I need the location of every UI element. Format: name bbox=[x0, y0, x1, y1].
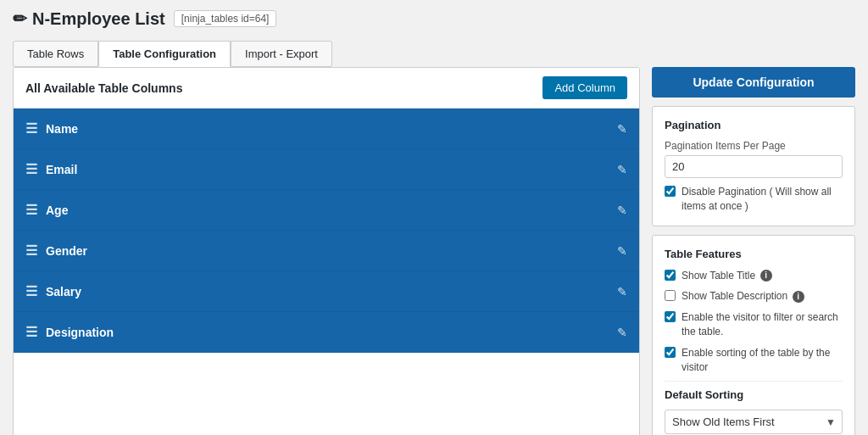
edit-icon-email[interactable]: ✎ bbox=[617, 163, 627, 176]
enable-sorting-label: Enable sorting of the table by the visit… bbox=[682, 346, 843, 375]
show-description-checkbox[interactable] bbox=[665, 290, 676, 301]
tab-table-rows[interactable]: Table Rows bbox=[13, 41, 98, 67]
column-salary-label: Salary bbox=[46, 285, 81, 298]
enable-sorting-row: Enable sorting of the table by the visit… bbox=[665, 346, 843, 375]
tab-import-export[interactable]: Import - Export bbox=[231, 41, 332, 67]
shortcode-badge: [ninja_tables id=64] bbox=[174, 10, 277, 27]
column-row-age[interactable]: ☰ Age ✎ bbox=[14, 190, 639, 231]
pagination-section-title: Pagination bbox=[665, 119, 843, 131]
page-title: ✏ N-Employee List bbox=[13, 8, 165, 29]
column-row-salary[interactable]: ☰ Salary ✎ bbox=[14, 271, 639, 312]
disable-pagination-label: Disable Pagination ( Will show all items… bbox=[682, 185, 843, 214]
table-features-section-title: Table Features bbox=[665, 248, 843, 260]
column-row-designation[interactable]: ☰ Designation ✎ bbox=[14, 312, 639, 353]
tab-table-configuration[interactable]: Table Configuration bbox=[98, 41, 231, 67]
drag-icon-email: ☰ bbox=[25, 163, 37, 176]
add-column-button[interactable]: Add Column bbox=[542, 76, 627, 99]
default-sorting-section-title: Default Sorting bbox=[665, 388, 843, 401]
show-description-label: Show Table Description i bbox=[682, 289, 804, 304]
columns-header: All Available Table Columns Add Column bbox=[14, 68, 639, 109]
show-title-info-icon: i bbox=[760, 270, 772, 282]
show-description-row: Show Table Description i bbox=[665, 289, 843, 304]
page-title-bar: ✏ N-Employee List [ninja_tables id=64] bbox=[13, 8, 855, 29]
disable-pagination-row: Disable Pagination ( Will show all items… bbox=[665, 185, 843, 214]
column-row-email[interactable]: ☰ Email ✎ bbox=[14, 149, 639, 190]
drag-icon-gender: ☰ bbox=[25, 244, 37, 258]
page-wrapper: ✏ N-Employee List [ninja_tables id=64] T… bbox=[0, 0, 868, 435]
pencil-icon: ✏ bbox=[13, 8, 27, 29]
edit-icon-gender[interactable]: ✎ bbox=[617, 244, 627, 258]
show-description-info-icon: i bbox=[793, 291, 804, 303]
drag-icon-name: ☰ bbox=[25, 122, 37, 136]
divider bbox=[665, 381, 843, 382]
main-content: All Available Table Columns Add Column ☰… bbox=[13, 67, 855, 435]
update-configuration-button[interactable]: Update Configuration bbox=[652, 67, 855, 98]
columns-header-title: All Available Table Columns bbox=[25, 81, 182, 95]
show-title-row: Show Table Title i bbox=[665, 269, 843, 283]
column-name-label: Name bbox=[46, 122, 78, 136]
pagination-card: Pagination Pagination Items Per Page Dis… bbox=[652, 106, 855, 226]
column-gender-label: Gender bbox=[46, 244, 87, 258]
enable-sorting-checkbox[interactable] bbox=[665, 347, 676, 358]
edit-icon-age[interactable]: ✎ bbox=[617, 204, 627, 217]
items-per-page-label: Pagination Items Per Page bbox=[665, 140, 843, 152]
show-title-checkbox[interactable] bbox=[665, 270, 676, 281]
default-sorting-wrapper: Show Old Items First Show New Items Firs… bbox=[665, 410, 843, 434]
drag-icon-designation: ☰ bbox=[25, 326, 37, 339]
columns-panel: All Available Table Columns Add Column ☰… bbox=[13, 67, 640, 435]
enable-filter-label: Enable the visitor to filter or search t… bbox=[682, 310, 843, 339]
column-age-label: Age bbox=[46, 204, 68, 217]
edit-icon-designation[interactable]: ✎ bbox=[617, 326, 627, 339]
default-sorting-select[interactable]: Show Old Items First Show New Items Firs… bbox=[665, 410, 843, 434]
enable-filter-checkbox[interactable] bbox=[665, 311, 676, 322]
page-title-text: N-Employee List bbox=[32, 9, 165, 29]
items-per-page-input[interactable] bbox=[665, 155, 843, 178]
edit-icon-salary[interactable]: ✎ bbox=[617, 285, 627, 298]
table-features-card: Table Features Show Table Title i Show T… bbox=[652, 235, 855, 435]
disable-pagination-checkbox[interactable] bbox=[665, 186, 676, 197]
column-row-name[interactable]: ☰ Name ✎ bbox=[14, 109, 639, 149]
column-row-gender[interactable]: ☰ Gender ✎ bbox=[14, 231, 639, 271]
column-designation-label: Designation bbox=[46, 326, 114, 339]
enable-filter-row: Enable the visitor to filter or search t… bbox=[665, 310, 843, 339]
right-panel: Update Configuration Pagination Paginati… bbox=[652, 67, 855, 435]
edit-icon-name[interactable]: ✎ bbox=[617, 122, 627, 136]
drag-icon-age: ☰ bbox=[25, 204, 37, 217]
column-email-label: Email bbox=[46, 163, 77, 176]
drag-icon-salary: ☰ bbox=[25, 285, 37, 298]
tabs-bar: Table Rows Table Configuration Import - … bbox=[13, 41, 855, 67]
show-title-label: Show Table Title i bbox=[682, 269, 772, 283]
